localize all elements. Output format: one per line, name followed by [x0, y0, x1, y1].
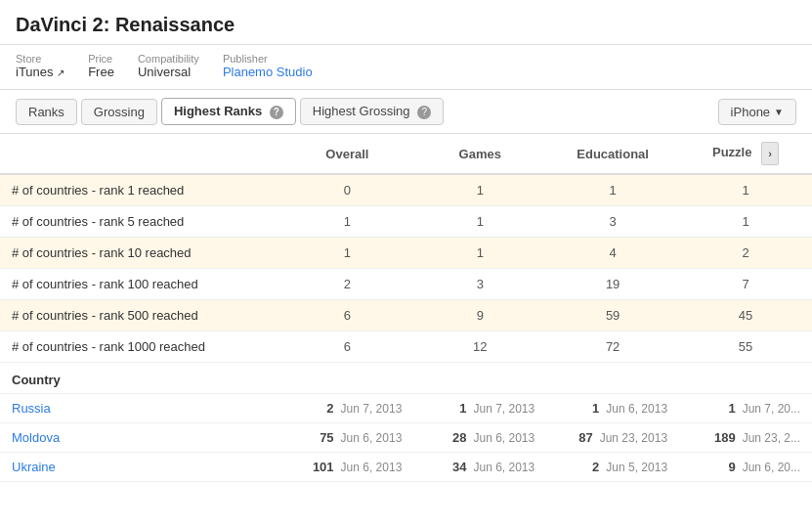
- cell-educational: 1: [546, 174, 679, 206]
- cell-puzzle: 1: [679, 174, 812, 206]
- cell-country-puzzle: 9 Jun 6, 20...: [679, 453, 812, 482]
- cell-overall: 2: [280, 269, 413, 300]
- cell-country-overall: 2 Jun 7, 2013: [280, 394, 413, 423]
- row-label: # of countries - rank 100 reached: [0, 269, 280, 300]
- dropdown-arrow-icon: ▼: [774, 107, 784, 117]
- col-header-overall: Overall: [280, 134, 413, 174]
- cell-country-puzzle: 189 Jun 23, 2...: [679, 423, 812, 453]
- device-selector-button[interactable]: iPhone ▼: [718, 99, 796, 125]
- col-header-games: Games: [413, 134, 546, 174]
- cell-puzzle: 45: [679, 300, 812, 331]
- col-header-educational: Educational: [546, 134, 679, 174]
- tab-grossing[interactable]: Grossing: [81, 99, 157, 125]
- row-label: # of countries - rank 500 reached: [0, 300, 280, 331]
- tab-highest-grossing[interactable]: Highest Grossing ?: [300, 98, 444, 125]
- cell-educational: 72: [546, 331, 679, 363]
- cell-overall: 6: [280, 331, 413, 363]
- cell-overall: 6: [280, 300, 413, 331]
- country-section-label: Country: [0, 363, 812, 394]
- country-name[interactable]: Ukraine: [0, 453, 280, 482]
- table-row: # of countries - rank 5 reached 1 1 3 1: [0, 206, 812, 238]
- cell-country-overall: 75 Jun 6, 2013: [280, 423, 413, 453]
- tab-ranks[interactable]: Ranks: [16, 99, 77, 125]
- tabs-container: Ranks Grossing Highest Ranks ? Highest G…: [0, 90, 812, 134]
- cell-puzzle: 1: [679, 206, 812, 238]
- cell-puzzle: 7: [679, 269, 812, 300]
- cell-games: 3: [413, 269, 546, 300]
- cell-country-educational: 87 Jun 23, 2013: [546, 423, 679, 453]
- app-title: DaVinci 2: Renaissance: [16, 14, 796, 36]
- cell-overall: 0: [280, 174, 413, 206]
- cell-country-educational: 1 Jun 6, 2013: [546, 394, 679, 423]
- list-item: Ukraine 101 Jun 6, 2013 34 Jun 6, 2013 2…: [0, 453, 812, 482]
- table-row: # of countries - rank 1 reached 0 1 1 1: [0, 174, 812, 206]
- external-link-icon: ↗: [57, 67, 64, 78]
- col-header-puzzle: Puzzle ›: [679, 134, 812, 174]
- cell-country-educational: 2 Jun 5, 2013: [546, 453, 679, 482]
- cell-country-games: 28 Jun 6, 2013: [413, 423, 546, 453]
- table-row: # of countries - rank 1000 reached 6 12 …: [0, 331, 812, 363]
- cell-games: 1: [413, 238, 546, 269]
- table-row: # of countries - rank 500 reached 6 9 59…: [0, 300, 812, 331]
- cell-puzzle: 55: [679, 331, 812, 363]
- itunes-link[interactable]: iTunes ↗: [16, 65, 64, 79]
- header: DaVinci 2: Renaissance Store iTunes ↗ Pr…: [0, 0, 812, 90]
- cell-games: 9: [413, 300, 546, 331]
- list-item: Moldova 75 Jun 6, 2013 28 Jun 6, 2013 87…: [0, 423, 812, 453]
- country-name[interactable]: Moldova: [0, 423, 280, 453]
- price-meta: Price Free: [88, 53, 114, 79]
- cell-educational: 19: [546, 269, 679, 300]
- row-label: # of countries - rank 5 reached: [0, 206, 280, 238]
- row-label: # of countries - rank 1 reached: [0, 174, 280, 206]
- col-header-label: [0, 134, 280, 174]
- cell-educational: 59: [546, 300, 679, 331]
- stats-table: Overall Games Educational Puzzle › # of …: [0, 134, 812, 482]
- cell-educational: 4: [546, 238, 679, 269]
- data-table-wrapper: Overall Games Educational Puzzle › # of …: [0, 134, 812, 482]
- cell-puzzle: 2: [679, 238, 812, 269]
- cell-games: 1: [413, 174, 546, 206]
- highest-ranks-help-icon[interactable]: ?: [270, 106, 283, 119]
- cell-overall: 1: [280, 238, 413, 269]
- cell-overall: 1: [280, 206, 413, 238]
- table-row: # of countries - rank 100 reached 2 3 19…: [0, 269, 812, 300]
- country-section-header: Country: [0, 363, 812, 394]
- tab-highest-ranks[interactable]: Highest Ranks ?: [161, 98, 296, 125]
- store-meta: Store iTunes ↗: [16, 53, 64, 79]
- table-row: # of countries - rank 10 reached 1 1 4 2: [0, 238, 812, 269]
- cell-country-overall: 101 Jun 6, 2013: [280, 453, 413, 482]
- publisher-meta: Publisher Planemo Studio: [223, 53, 313, 79]
- highest-grossing-help-icon[interactable]: ?: [417, 106, 431, 119]
- cell-country-puzzle: 1 Jun 7, 20...: [679, 394, 812, 423]
- row-label: # of countries - rank 10 reached: [0, 238, 280, 269]
- compatibility-meta: Compatibility Universal: [138, 53, 199, 79]
- row-label: # of countries - rank 1000 reached: [0, 331, 280, 363]
- cell-country-games: 34 Jun 6, 2013: [413, 453, 546, 482]
- cell-games: 12: [413, 331, 546, 363]
- list-item: Russia 2 Jun 7, 2013 1 Jun 7, 2013 1 Jun…: [0, 394, 812, 423]
- cell-country-games: 1 Jun 7, 2013: [413, 394, 546, 423]
- publisher-link[interactable]: Planemo Studio: [223, 65, 313, 79]
- cell-games: 1: [413, 206, 546, 238]
- country-name[interactable]: Russia: [0, 394, 280, 423]
- scroll-right-arrow-icon[interactable]: ›: [761, 142, 779, 165]
- cell-educational: 3: [546, 206, 679, 238]
